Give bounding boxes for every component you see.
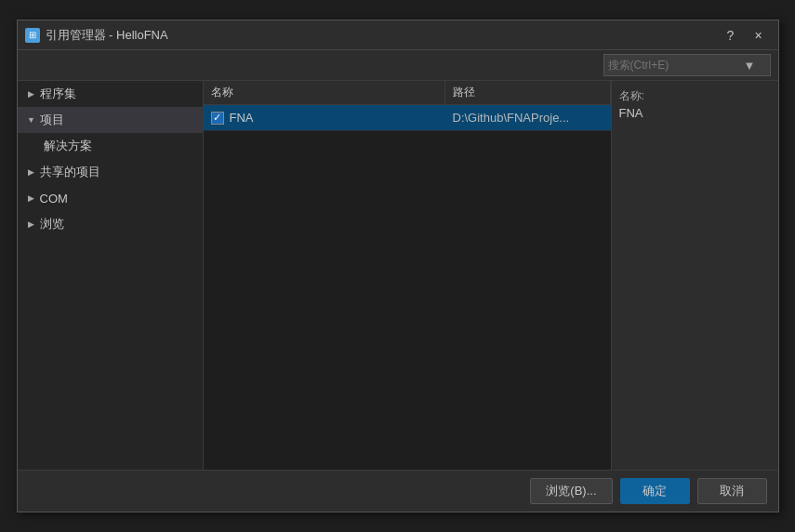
search-input[interactable] [608,59,738,72]
sidebar-item-solution[interactable]: 解决方案 [18,133,203,159]
content-area: ▶ 程序集 ▼ 项目 解决方案 ▶ 共享的项目 ▶ COM ▶ 浏览 [18,81,778,470]
reference-manager-dialog: ⊞ 引用管理器 - HelloFNA ? × ▼ ▶ 程序集 ▼ 项目 [17,20,779,512]
detail-name-label: 名称: [619,88,771,104]
column-header-path: 路径 [445,81,611,104]
toolbar: ▼ [18,50,778,81]
detail-name-value: FNA [619,106,771,120]
sidebar-item-project[interactable]: ▼ 项目 [18,107,203,133]
sidebar-item-assemblies-label: 程序集 [40,86,195,102]
search-box: ▼ [603,54,771,76]
sidebar-item-com[interactable]: ▶ COM [18,185,203,211]
middle-panel: 名称 路径 ✓ FNA D:\Github\FNAProje... [204,81,611,470]
sidebar-item-assemblies[interactable]: ▶ 程序集 [18,81,203,107]
dialog-icon: ⊞ [25,28,40,43]
column-header-name: 名称 [204,81,445,104]
list-body: ✓ FNA D:\Github\FNAProje... [204,105,611,470]
browse-button[interactable]: 浏览(B)... [530,478,612,504]
close-button[interactable]: × [747,25,771,46]
list-cell-path: D:\Github\FNAProje... [445,111,611,125]
list-header: 名称 路径 [204,81,611,105]
sidebar-item-browse[interactable]: ▶ 浏览 [18,211,203,237]
list-cell-name: ✓ FNA [204,111,445,125]
dialog-title: 引用管理器 - HelloFNA [46,27,168,44]
left-panel: ▶ 程序集 ▼ 项目 解决方案 ▶ 共享的项目 ▶ COM ▶ 浏览 [18,81,204,470]
expand-arrow-project: ▼ [25,113,38,126]
sidebar-item-com-label: COM [40,192,195,206]
help-button[interactable]: ? [719,25,743,46]
table-row[interactable]: ✓ FNA D:\Github\FNAProje... [204,105,611,131]
sidebar-item-shared-label: 共享的项目 [40,164,195,180]
cancel-button[interactable]: 取消 [697,478,767,504]
title-bar-right: ? × [719,25,771,46]
reference-checkbox[interactable]: ✓ [211,112,224,125]
expand-arrow-com: ▶ [25,192,38,205]
expand-arrow-shared: ▶ [25,166,38,179]
expand-arrow-browse: ▶ [25,218,38,231]
title-bar-left: ⊞ 引用管理器 - HelloFNA [25,27,168,44]
sidebar-item-solution-label: 解决方案 [44,138,195,154]
footer: 浏览(B)... 确定 取消 [18,470,778,512]
search-icon-button[interactable]: ▼ [742,59,758,73]
ok-button[interactable]: 确定 [620,478,690,504]
reference-name: FNA [230,111,254,125]
title-bar: ⊞ 引用管理器 - HelloFNA ? × [18,20,778,50]
detail-panel: 名称: FNA [611,81,778,470]
sidebar-item-shared[interactable]: ▶ 共享的项目 [18,159,203,185]
sidebar-item-browse-label: 浏览 [40,216,195,233]
expand-arrow-assemblies: ▶ [25,87,38,100]
sidebar-item-project-label: 项目 [40,112,195,128]
